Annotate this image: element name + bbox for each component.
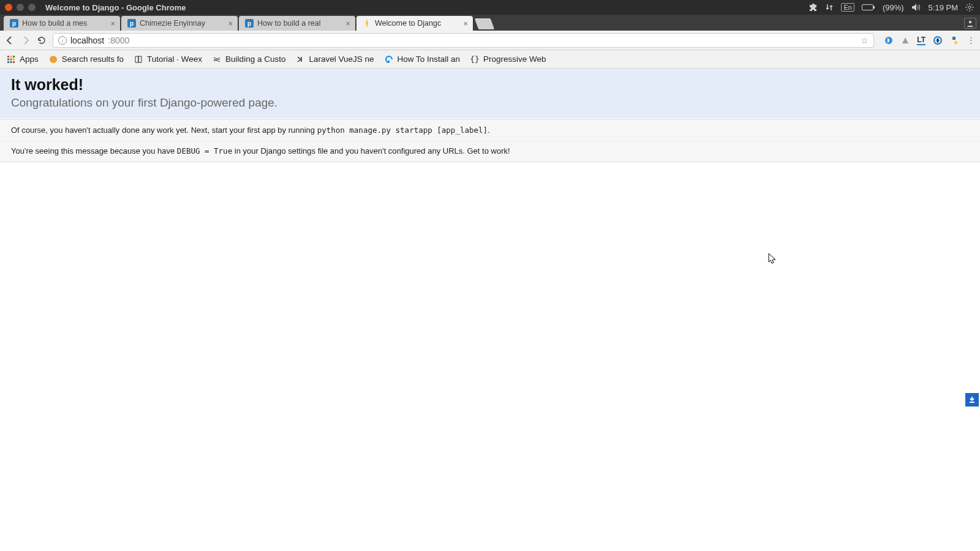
django-welcome-header: It worked! Congratulations on your first…: [0, 69, 980, 119]
svg-rect-9: [7, 58, 9, 60]
chrome-menu-icon[interactable]: ⋮: [967, 36, 975, 45]
svg-rect-0: [862, 5, 873, 10]
svg-rect-16: [388, 61, 390, 62]
lines-favicon-icon: [212, 54, 222, 64]
instructions-code: python manage.py startapp [app_label]: [317, 126, 488, 135]
svg-rect-10: [10, 58, 12, 60]
svg-rect-8: [13, 56, 15, 58]
apps-grid-icon: [6, 54, 16, 64]
network-icon[interactable]: [825, 3, 834, 12]
svg-rect-7: [10, 56, 12, 58]
svg-rect-12: [7, 61, 9, 63]
page-heading: It worked!: [11, 76, 969, 94]
tab-3-active[interactable]: Welcome to Djangc ×: [356, 16, 473, 31]
address-bar[interactable]: i localhost:8000 ☆: [53, 33, 874, 48]
bookmark-label: Laravel VueJS ne: [309, 54, 374, 64]
new-tab-button[interactable]: [475, 18, 495, 29]
svg-rect-17: [970, 402, 974, 403]
pusher-favicon-icon: p: [127, 19, 136, 28]
forward-button[interactable]: [21, 36, 31, 45]
bookmark-label: How To Install an: [398, 54, 461, 64]
ubuntu-title-bar: Welcome to Django - Google Chrome En (99…: [0, 0, 980, 15]
reload-button[interactable]: [37, 36, 47, 45]
bookmark-item[interactable]: Building a Custo: [212, 54, 285, 64]
site-info-icon[interactable]: i: [58, 36, 67, 45]
chrome-toolbar: i localhost:8000 ☆ LT ⋮: [0, 31, 980, 50]
explanation-text-post: in your Django settings file and you hav…: [232, 146, 510, 156]
download-indicator-icon[interactable]: [965, 393, 979, 407]
explanation-text-pre: You're seeing this message because you h…: [11, 146, 177, 156]
bookmark-label: Search results fo: [62, 54, 124, 64]
extension-icon[interactable]: [933, 36, 943, 45]
bookmark-label: Building a Custo: [225, 54, 285, 64]
keyboard-lang-indicator[interactable]: En: [841, 3, 854, 12]
tab-title: How to build a real: [257, 19, 342, 28]
bookmarks-bar: Apps Search results fo Tutorial · Weex B…: [0, 50, 980, 69]
system-tray: En (99%) 5:19 PM: [809, 3, 980, 12]
extension-icon[interactable]: [901, 36, 910, 45]
window-maximize-button[interactable]: [28, 4, 36, 11]
extension-icons: LT ⋮: [880, 36, 975, 45]
tab-close-icon[interactable]: ×: [463, 19, 468, 28]
window-controls: [0, 4, 40, 11]
tab-title: How to build a mes: [22, 19, 107, 28]
django-favicon-icon: [363, 19, 371, 28]
braces-favicon-icon: {}: [470, 54, 480, 64]
bookmark-item[interactable]: {} Progressive Web: [470, 54, 546, 64]
page-subtitle: Congratulations on your first Django-pow…: [11, 96, 969, 110]
volume-icon[interactable]: [911, 3, 921, 12]
tab-close-icon[interactable]: ×: [228, 19, 233, 28]
tab-close-icon[interactable]: ×: [110, 19, 115, 28]
battery-percent: (99%): [883, 3, 904, 12]
chrome-profile-button[interactable]: [964, 18, 976, 29]
bookmark-item[interactable]: Laravel VueJS ne: [295, 54, 374, 64]
extension-tray-icon[interactable]: [809, 3, 818, 12]
svg-rect-1: [873, 6, 875, 9]
extension-icon[interactable]: [884, 36, 894, 45]
bookmark-item[interactable]: How To Install an: [384, 54, 461, 64]
svg-rect-11: [13, 58, 15, 60]
battery-icon[interactable]: [862, 4, 875, 11]
tab-1[interactable]: p Chimezie Enyinnay ×: [121, 16, 238, 31]
bookmark-label: Progressive Web: [483, 54, 546, 64]
svg-point-2: [968, 6, 971, 9]
django-explanation: You're seeing this message because you h…: [0, 141, 980, 162]
svg-point-3: [969, 21, 971, 23]
window-close-button[interactable]: [5, 4, 12, 11]
settings-gear-icon[interactable]: [965, 3, 974, 12]
bookmark-item[interactable]: Tutorial · Weex: [134, 54, 202, 64]
svg-point-15: [50, 56, 57, 63]
digitalocean-favicon-icon: [384, 54, 394, 64]
svg-rect-14: [13, 61, 15, 63]
pusher-favicon-icon: p: [245, 19, 254, 28]
clock[interactable]: 5:19 PM: [929, 3, 958, 12]
explanation-code: DEBUG = True: [177, 146, 232, 156]
django-instructions: Of course, you haven't actually done any…: [0, 119, 980, 141]
instructions-text-pre: Of course, you haven't actually done any…: [11, 126, 317, 135]
bookmark-label: Tutorial · Weex: [147, 54, 202, 64]
bookmark-item[interactable]: Search results fo: [48, 54, 124, 64]
tab-0[interactable]: p How to build a mes ×: [4, 16, 120, 31]
tab-close-icon[interactable]: ×: [345, 19, 350, 28]
book-favicon-icon: [134, 54, 143, 64]
chevron-favicon-icon: [295, 54, 305, 64]
apps-button[interactable]: Apps: [6, 54, 39, 64]
window-minimize-button[interactable]: [17, 4, 24, 11]
url-port: :8000: [108, 36, 129, 45]
pusher-favicon-icon: p: [10, 19, 18, 28]
tab-2[interactable]: p How to build a real ×: [239, 16, 355, 31]
coin-favicon-icon: [48, 54, 58, 64]
tab-title: Chimezie Enyinnay: [140, 19, 224, 28]
extension-icon[interactable]: LT: [917, 36, 925, 45]
instructions-text-post: .: [488, 126, 490, 135]
back-button[interactable]: [5, 36, 15, 45]
svg-rect-6: [7, 56, 9, 58]
extension-icon[interactable]: [950, 36, 960, 45]
svg-rect-13: [10, 61, 12, 63]
mouse-cursor-icon: [768, 253, 777, 265]
url-host: localhost: [70, 36, 104, 45]
apps-label: Apps: [20, 54, 39, 64]
tab-title: Welcome to Djangc: [375, 19, 459, 28]
chrome-tab-strip: p How to build a mes × p Chimezie Enyinn…: [0, 15, 980, 31]
bookmark-star-icon[interactable]: ☆: [861, 36, 869, 45]
